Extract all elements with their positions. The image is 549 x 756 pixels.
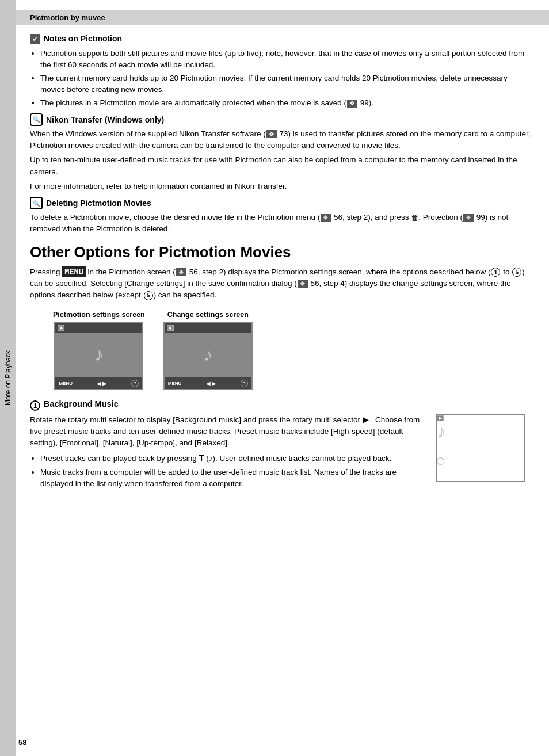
change-top-bar: ▶ bbox=[165, 323, 251, 333]
bg-music-nav-arrows: ◀ ▶ bbox=[437, 451, 524, 457]
pictmotion-screen: ▶ ♪ MENU ◀ ▶ ? bbox=[54, 322, 143, 390]
bg-music-bullet-2: Music tracks from a computer will be add… bbox=[40, 467, 424, 489]
bg-music-top-bar: ▶ bbox=[437, 415, 524, 421]
other-options-body: Pressing MENU in the Pictmotion screen (… bbox=[30, 266, 531, 301]
ref-icon-3: ❖ bbox=[321, 214, 331, 222]
nikon-camera-icon: 🔍 bbox=[30, 113, 43, 126]
t-bold: T bbox=[199, 453, 204, 463]
ref-icon-2: ❖ bbox=[266, 130, 277, 138]
bg-music-top-icon: ▶ bbox=[437, 415, 444, 421]
notes-heading-block: ✓ Notes on Pictmotion bbox=[30, 34, 531, 44]
bg-music-left: Rotate the rotary multi selector to disp… bbox=[30, 414, 424, 494]
other-options-title: Other Options for Pictmotion Movies bbox=[30, 243, 531, 261]
header-bar: Pictmotion by muvee bbox=[16, 10, 549, 25]
bg-music-main-area: ♪ bbox=[437, 421, 524, 442]
header-title: Pictmotion by muvee bbox=[30, 13, 105, 22]
pictmotion-right-arrow: ▶ bbox=[102, 380, 107, 387]
change-nav-arrows: ◀ ▶ bbox=[206, 380, 216, 387]
bg-music-help-btn: ? bbox=[437, 457, 444, 465]
notes-bullet-2: The current memory card holds up to 20 P… bbox=[40, 72, 531, 95]
circle-1: 1 bbox=[491, 268, 500, 277]
pictmotion-screen-block: Pictmotion settings screen ▶ ♪ MENU ◀ ▶ bbox=[53, 311, 145, 390]
circle-5: 5 bbox=[512, 268, 521, 277]
change-menu-btn: MENU bbox=[168, 381, 182, 386]
pictmotion-menu-btn: MENU bbox=[59, 381, 73, 386]
page-number: 58 bbox=[18, 738, 26, 747]
change-bottom-bar: MENU ◀ ▶ ? bbox=[165, 377, 251, 390]
deleting-section: 🔍 Deleting Pictmotion Movies To delete a… bbox=[30, 197, 531, 235]
sidebar-label: More on Playback bbox=[4, 350, 12, 406]
change-left-arrow: ◀ bbox=[206, 380, 211, 387]
page: More on Playback Pictmotion by muvee ✓ N… bbox=[0, 0, 549, 756]
bg-music-heading: Background Music bbox=[44, 399, 119, 408]
pictmotion-nav-arrows: ◀ ▶ bbox=[97, 380, 107, 387]
bg-music-bullet-1: Preset tracks can be played back by pres… bbox=[40, 452, 424, 464]
deleting-heading: Deleting Pictmotion Movies bbox=[46, 198, 151, 208]
pictmotion-left-arrow: ◀ bbox=[97, 380, 101, 387]
ref-icon-1: ❖ bbox=[347, 100, 357, 108]
bg-music-bullets: Preset tracks can be played back by pres… bbox=[40, 452, 424, 489]
deleting-camera-icon: 🔍 bbox=[30, 197, 43, 209]
bg-music-body1: Rotate the rotary multi selector to disp… bbox=[30, 414, 424, 449]
notes-bullet-3: The pictures in a Pictmotion movie are a… bbox=[40, 97, 531, 109]
background-music-section: 1 Background Music Rotate the rotary mul… bbox=[30, 399, 531, 494]
nikon-body1: When the Windows version of the supplied… bbox=[30, 128, 531, 152]
change-top-icon: ▶ bbox=[167, 325, 174, 331]
notes-bullets: Pictmotion supports both still pictures … bbox=[40, 48, 531, 109]
pictmotion-main-area: ♪ bbox=[55, 333, 142, 377]
change-screen: ▶ ♪ MENU ◀ ▶ ? bbox=[163, 322, 253, 390]
ref-icon-4: ❖ bbox=[463, 214, 474, 222]
main-content: Pictmotion by muvee ✓ Notes on Pictmotio… bbox=[16, 0, 549, 756]
pictmotion-screen-label: Pictmotion settings screen bbox=[53, 311, 145, 319]
notes-bullet-2-text: The current memory card holds up to 20 P… bbox=[40, 74, 508, 94]
screens-row: Pictmotion settings screen ▶ ♪ MENU ◀ ▶ bbox=[53, 311, 531, 390]
deleting-heading-block: 🔍 Deleting Pictmotion Movies bbox=[30, 197, 531, 209]
change-screen-label: Change settings screen bbox=[167, 311, 249, 319]
bg-music-bullet-2-text: Music tracks from a computer will be add… bbox=[40, 468, 396, 488]
nikon-body2: Up to ten ten-minute user-defined music … bbox=[30, 154, 531, 178]
change-right-arrow: ▶ bbox=[212, 380, 216, 387]
nikon-heading: Nikon Transfer (Windows only) bbox=[46, 115, 164, 124]
bg-music-right: ▶ ♪ MENU ◀ ▶ ? bbox=[436, 414, 531, 494]
notes-bullet-3-text: The pictures in a Pictmotion movie are a… bbox=[40, 98, 373, 107]
bg-music-bullet-1-text: Preset tracks can be played back by pres… bbox=[40, 454, 391, 463]
bg-music-two-col: Rotate the rotary multi selector to disp… bbox=[30, 414, 531, 494]
ref-icon-5: ❖ bbox=[176, 268, 186, 276]
change-help-btn: ? bbox=[241, 380, 248, 387]
bg-music-left-arrow: ◀ bbox=[437, 451, 441, 457]
pictmotion-help-btn: ? bbox=[131, 380, 139, 387]
bg-music-note: ♪ bbox=[437, 421, 446, 442]
bg-music-circle: 1 bbox=[30, 400, 40, 411]
nikon-section: 🔍 Nikon Transfer (Windows only) When the… bbox=[30, 113, 531, 192]
notes-bullet-1: Pictmotion supports both still pictures … bbox=[40, 48, 531, 70]
bg-music-right-arrow: ▶ bbox=[443, 451, 447, 457]
notes-icon: ✓ bbox=[30, 34, 40, 44]
nikon-heading-block: 🔍 Nikon Transfer (Windows only) bbox=[30, 113, 531, 126]
notes-bullet-1-text: Pictmotion supports both still pictures … bbox=[40, 49, 524, 69]
sidebar: More on Playback bbox=[0, 0, 16, 756]
ref-icon-6: ❖ bbox=[298, 280, 308, 288]
change-screen-block: Change settings screen ▶ ♪ MENU ◀ ▶ bbox=[163, 311, 253, 390]
bg-music-menu-btn: MENU bbox=[437, 445, 451, 450]
bg-music-bottom-bar: MENU ◀ ▶ ? bbox=[437, 442, 524, 465]
change-main-area: ♪ bbox=[165, 333, 251, 377]
notes-heading: Notes on Pictmotion bbox=[44, 34, 122, 43]
trash-icon: 🗑 bbox=[411, 212, 418, 224]
pictmotion-top-bar: ▶ bbox=[55, 323, 142, 333]
bg-music-screen: ▶ ♪ MENU ◀ ▶ ? bbox=[436, 414, 525, 482]
circle-5b: 5 bbox=[144, 291, 153, 300]
nikon-body3: For more information, refer to help info… bbox=[30, 181, 531, 192]
bg-music-heading-row: 1 Background Music bbox=[30, 399, 531, 411]
menu-label: MENU bbox=[62, 266, 86, 277]
change-music-note: ♪ bbox=[203, 344, 212, 365]
pictmotion-top-icon: ▶ bbox=[58, 325, 64, 331]
pictmotion-bottom-bar: MENU ◀ ▶ ? bbox=[55, 377, 142, 390]
pictmotion-music-note: ♪ bbox=[94, 344, 104, 365]
deleting-body: To delete a Pictmotion movie, choose the… bbox=[30, 212, 531, 235]
